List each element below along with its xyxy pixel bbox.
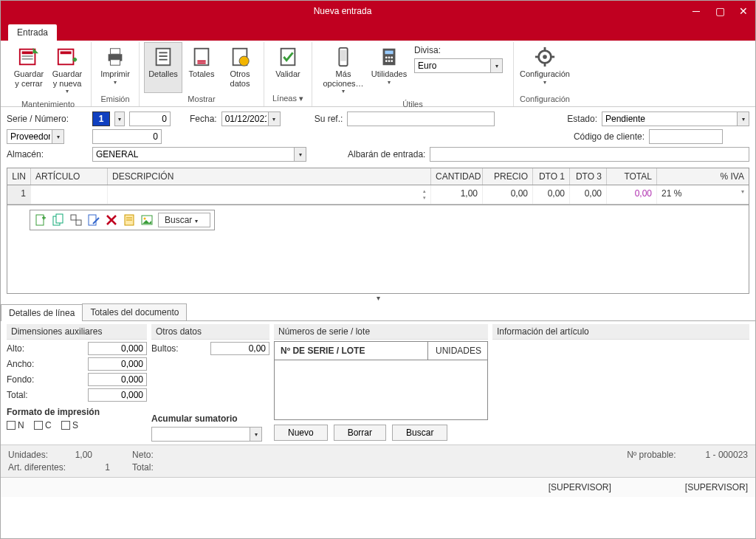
fondo-field[interactable] (88, 373, 147, 386)
divisa-group: Divisa: ▾ (408, 42, 509, 98)
ribbon: Guardar y cerrar Guardar y nueva▾ Manten… (1, 41, 755, 107)
acumular-select[interactable]: ▾ (151, 427, 262, 442)
serie-field[interactable]: 1 (92, 111, 110, 126)
numero-field[interactable] (129, 111, 171, 126)
dropdown-arrow-icon[interactable]: ▾ (490, 59, 502, 72)
image-icon[interactable] (140, 213, 154, 227)
buscar-button[interactable]: Buscar ▾ (158, 213, 210, 227)
serial-body[interactable] (275, 360, 487, 419)
proveedor-label-combo[interactable]: ▾ (7, 129, 64, 144)
ancho-field[interactable] (88, 357, 147, 371)
maximize-button[interactable]: ▢ (708, 1, 732, 21)
tab-totales-doc[interactable]: Totales del documento (82, 303, 187, 320)
codigo-cliente-field[interactable] (649, 129, 723, 144)
fecha-field[interactable]: ▾ (221, 111, 281, 126)
col-iva: % IVA (657, 168, 749, 185)
cell-precio[interactable]: 0,00 (483, 185, 533, 204)
dropdown-arrow-icon[interactable]: ▾ (52, 130, 63, 143)
validar-button[interactable]: Validar (269, 42, 307, 92)
otros-datos-button[interactable]: Otros datos (221, 42, 259, 93)
chk-s[interactable]: S (61, 420, 78, 430)
duplicate-icon[interactable] (69, 213, 83, 227)
acumular-title: Acumular sumatorio (151, 411, 269, 427)
dim-total-field[interactable] (88, 388, 147, 402)
almacen-field[interactable]: ▾ (92, 147, 306, 162)
unidades-label: Unidades: (8, 450, 48, 460)
copy-line-icon[interactable] (52, 213, 65, 227)
cell-articulo[interactable] (31, 185, 108, 204)
form-area: Serie / Número: 1 ▾ Fecha: ▾ Su ref.: Es… (1, 107, 755, 168)
cell-total[interactable]: 0,00 (607, 185, 657, 204)
albaran-field[interactable] (430, 147, 749, 162)
group-utiles-label: Útiles (317, 98, 509, 111)
dropdown-arrow-icon[interactable]: ▾ (268, 112, 280, 126)
tab-entrada[interactable]: Entrada (8, 24, 57, 41)
cell-iva[interactable]: 21 %▾ (657, 185, 749, 204)
totales-button[interactable]: Totales (182, 42, 221, 93)
cell-dto1[interactable]: 0,00 (533, 185, 570, 204)
dropdown-arrow-icon[interactable]: ▾ (737, 112, 749, 126)
panel-dimensiones: Dimensiones auxiliares Alto: Ancho: Fond… (7, 324, 147, 442)
col-descripcion: DESCRIPCIÓN (108, 168, 431, 185)
svg-rect-40 (89, 215, 96, 225)
guardar-cerrar-button[interactable]: Guardar y cerrar (10, 42, 48, 98)
line-grid: LIN ARTÍCULO DESCRIPCIÓN CANTIDAD PRECIO… (7, 168, 749, 205)
cell-descripcion[interactable]: ▴▾ (108, 185, 431, 204)
cell-dto3[interactable]: 0,00 (570, 185, 607, 204)
formato-title: Formato de impresión (7, 404, 147, 420)
save-close-icon (18, 46, 40, 68)
albaran-label: Albarán de entrada: (348, 149, 425, 159)
serial-borrar-button[interactable]: Borrar (334, 425, 386, 441)
tab-detalles-linea[interactable]: Detalles de línea (1, 304, 83, 321)
details-icon (152, 46, 174, 68)
dim-total-label: Total: (7, 390, 28, 400)
cell-cantidad[interactable]: 1,00 (431, 185, 483, 204)
fondo-label: Fondo: (7, 374, 34, 385)
svg-point-23 (385, 57, 388, 59)
collapse-toggle[interactable]: ▾ (1, 294, 755, 302)
serie-dropdown[interactable]: ▾ (114, 111, 125, 126)
totals-icon (190, 46, 213, 68)
proveedor-field[interactable] (92, 129, 162, 144)
utilidades-button[interactable]: Utilidades▾ (370, 42, 408, 98)
ribbon-tab-strip: Entrada (1, 21, 755, 41)
estado-field[interactable]: ▾ (602, 111, 749, 126)
guardar-nueva-button[interactable]: Guardar y nueva▾ (48, 42, 86, 98)
configuracion-button[interactable]: Configuración▾ (518, 42, 571, 93)
edit-line-icon[interactable] (87, 213, 100, 227)
grid-header: LIN ARTÍCULO DESCRIPCIÓN CANTIDAD PRECIO… (7, 168, 749, 185)
imprimir-button[interactable]: Imprimir▾ (96, 42, 134, 93)
svg-point-26 (385, 60, 388, 62)
su-ref-field[interactable] (347, 111, 495, 126)
group-emision-label: Emisión (96, 93, 134, 106)
col-cantidad: CANTIDAD (431, 168, 483, 185)
detalles-button[interactable]: Detalles (144, 42, 182, 93)
new-line-icon[interactable] (34, 213, 47, 227)
detail-tabs: Detalles de línea Totales del documento (1, 303, 755, 321)
minimize-button[interactable]: ─ (684, 1, 708, 21)
grid-row[interactable]: 1 ▴▾ 1,00 0,00 0,00 0,00 0,00 21 %▾ (7, 185, 749, 205)
group-mostrar-label: Mostrar (144, 93, 259, 106)
svg-rect-37 (56, 214, 63, 223)
chk-n[interactable]: N (7, 420, 24, 430)
other-data-icon (229, 46, 251, 68)
close-button[interactable]: ✕ (732, 1, 755, 21)
alto-field[interactable] (88, 342, 147, 355)
serial-title: Números de serie / lote (274, 324, 488, 340)
divisa-input[interactable] (414, 58, 503, 73)
serial-col2: UNIDADES (428, 342, 487, 360)
delete-line-icon[interactable] (105, 213, 118, 227)
divisa-select[interactable]: ▾ (414, 58, 503, 73)
serial-buscar-button[interactable]: Buscar (392, 425, 447, 441)
bultos-field[interactable] (210, 342, 269, 355)
svg-rect-1 (22, 52, 33, 55)
unidades-value: 1,00 (48, 450, 92, 460)
serial-table: Nº DE SERIE / LOTE UNIDADES (274, 341, 488, 420)
chk-c[interactable]: C (34, 420, 52, 430)
calculator-icon (378, 46, 400, 68)
dropdown-arrow-icon[interactable]: ▾ (250, 428, 261, 441)
dropdown-arrow-icon[interactable]: ▾ (294, 148, 306, 161)
mas-opciones-button[interactable]: Más opciones…▾ (317, 42, 370, 98)
note-icon[interactable] (123, 213, 136, 227)
serial-nuevo-button[interactable]: Nuevo (274, 425, 328, 441)
